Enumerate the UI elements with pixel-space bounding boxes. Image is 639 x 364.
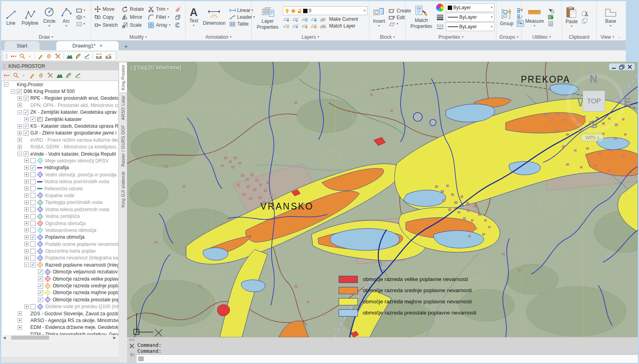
circle-button[interactable]: Circle▾	[41, 6, 58, 28]
tree-item[interactable]: Ogrožena območja	[2, 220, 118, 227]
move-button[interactable]: Move	[94, 6, 118, 12]
tree-item[interactable]: Hidrografija	[2, 164, 118, 171]
tree-item[interactable]: Opozorilna karta poplav	[2, 247, 118, 254]
attach-icon[interactable]	[38, 72, 44, 79]
tree-expand-toggle[interactable]	[24, 214, 29, 219]
tree-item[interactable]: Referenčni odseki	[2, 185, 118, 192]
signal-icon[interactable]	[75, 53, 81, 59]
array-button[interactable]: Array▾	[148, 22, 171, 28]
tree-item[interactable]: ZK - Zemljiški kataster, Geodetska uprav	[2, 109, 118, 116]
tree-item[interactable]: Tipologija površinskih voda	[2, 199, 118, 206]
scroll-thumb[interactable]	[11, 336, 49, 340]
trim-button[interactable]: Trim▾	[148, 6, 171, 12]
tab-close-icon[interactable]: ×	[99, 43, 103, 49]
gji-arrow-icon[interactable]	[105, 53, 112, 59]
tree-expand-toggle[interactable]	[18, 110, 22, 115]
explode-button[interactable]	[175, 14, 181, 20]
tree-checkbox[interactable]	[30, 235, 36, 240]
tree-checkbox[interactable]	[38, 269, 43, 275]
linetype-select[interactable]: ByLayer▾	[446, 22, 494, 31]
tree-item[interactable]: Razredi poplavne nevarnosti (Integral	[2, 261, 118, 268]
tree-expand-toggle[interactable]	[24, 242, 29, 246]
tree-checkbox[interactable]	[30, 249, 36, 254]
tab-drawing1[interactable]: Drawing1* ×	[56, 41, 119, 50]
tree-checkbox[interactable]	[24, 151, 29, 156]
tree-horizontal-scrollbar[interactable]: ◀ ▶	[2, 335, 117, 340]
close-icon[interactable]	[627, 64, 633, 69]
tree-item[interactable]: DPN, OPN - Prostorski akti, Ministrstvo …	[2, 102, 118, 109]
tree-item[interactable]: Vodna zemljišča	[2, 213, 118, 220]
layer-select-arrow[interactable]: ▾	[364, 9, 365, 12]
layer-properties-button[interactable]: LayerProperties	[253, 2, 282, 33]
tree-expand-toggle[interactable]	[18, 96, 22, 101]
palette-vertical-tab[interactable]: ARSO Lidar	[121, 93, 125, 123]
rectangle-button[interactable]: ▾	[76, 8, 85, 13]
linear-button[interactable]: Linear▾	[229, 8, 255, 13]
tree-expand-toggle[interactable]	[24, 200, 29, 205]
arc-button[interactable]: Arc▾	[58, 6, 74, 28]
panel-label-utilities[interactable]: Utilities▾	[522, 34, 562, 40]
command-grip-icon[interactable]	[129, 338, 135, 341]
cut-icon[interactable]	[581, 11, 588, 16]
tab-add-button[interactable]: +	[124, 43, 128, 50]
tree-item[interactable]: Podatki ocene poplavne nevarnosti	[2, 241, 118, 247]
slope-icon[interactable]	[75, 72, 81, 79]
panel-label-groups[interactable]: Groups▾	[496, 34, 521, 40]
panel-label-view[interactable]: View▾⌄	[597, 34, 625, 40]
command-close-icon[interactable]	[129, 343, 135, 349]
tree-expand-toggle[interactable]	[18, 325, 22, 330]
color-select[interactable]: ByLayer▾	[446, 3, 494, 12]
lineweight-select[interactable]: ByLayer▾	[446, 13, 494, 22]
tree-item[interactable]: EDM - Evidenca državne meje, Geodetska	[2, 324, 118, 331]
tree-item[interactable]: GJI - Zbirni kataster gospodarske javne …	[2, 130, 118, 136]
tree-item[interactable]: KS - Kataster stavb, Geodetska uprava R	[2, 123, 118, 129]
tree-expand-toggle[interactable]	[18, 145, 22, 149]
tree-expand-toggle[interactable]	[18, 103, 22, 107]
command-input-row[interactable]	[137, 354, 639, 363]
panel-label-layers[interactable]: Layers▾	[252, 34, 369, 40]
layer-thaw-icon[interactable]	[301, 23, 308, 29]
tree-checkbox[interactable]	[30, 179, 36, 184]
tree-expand-toggle[interactable]	[24, 117, 29, 121]
text-button[interactable]: A Text▾	[187, 7, 200, 28]
dimension-button[interactable]: Dimension	[201, 8, 228, 26]
wcs-indicator[interactable]: WCS▾	[581, 134, 604, 141]
gji-dots-icon[interactable]	[95, 53, 103, 59]
tree-expand-toggle[interactable]	[24, 305, 29, 309]
quick-select-icon[interactable]	[548, 14, 554, 20]
viewport-controls-label[interactable]: [-][Top][2D Wireframe]	[130, 64, 181, 70]
tree-checkbox[interactable]	[30, 304, 36, 309]
tree-item[interactable]: RPE - Register prostorskih enot, Geodets	[2, 95, 118, 102]
id-point-icon[interactable]	[548, 8, 554, 14]
tree-checkbox[interactable]	[30, 200, 36, 205]
hatch-button[interactable]: ▾	[76, 22, 85, 27]
scroll-left-arrow[interactable]: ◀	[2, 336, 7, 340]
toolbar-grip-icon[interactable]	[5, 53, 8, 59]
tree-expand-toggle[interactable]	[24, 263, 29, 267]
match-layer-label[interactable]: Match Layer	[329, 23, 355, 29]
line-button[interactable]: Line	[3, 8, 19, 26]
tree-expand-toggle[interactable]	[24, 221, 29, 226]
tree-expand-toggle[interactable]	[24, 166, 29, 170]
scroll-right-arrow[interactable]: ▶	[112, 336, 117, 340]
tree-checkbox[interactable]	[24, 131, 29, 136]
attach-icon[interactable]	[46, 53, 52, 59]
tree-item[interactable]: Območje razreda majhne poplavn	[2, 289, 118, 296]
tree-item[interactable]: ARSO - Agencija RS za okolje, Ministrstv…	[2, 317, 118, 324]
restore-icon[interactable]	[619, 64, 625, 69]
terrain-icon[interactable]	[56, 72, 63, 79]
tree-expand-toggle[interactable]	[18, 138, 22, 142]
quick-calc-icon[interactable]	[548, 21, 554, 26]
copy-button[interactable]: Copy	[94, 14, 118, 20]
tree-checkbox[interactable]	[30, 214, 36, 219]
tree-expand-toggle[interactable]	[4, 82, 8, 87]
tree-item[interactable]: Poplavna nevarnost (Integralna karta	[2, 255, 118, 261]
tree-expand-toggle[interactable]	[24, 172, 29, 177]
tree-item[interactable]: Vodna telesa površinskih voda	[2, 178, 118, 185]
edit-pencil-icon[interactable]	[37, 53, 44, 59]
panel-label-properties[interactable]: Properties▾	[406, 34, 496, 40]
polyline-button[interactable]: Polyline	[20, 8, 40, 26]
tree-item[interactable]: Zemljiški kataster	[2, 116, 118, 123]
viewcube-south[interactable]: S	[590, 119, 597, 131]
tree-item[interactable]: eVode - Vodni kataster, Direkcija Republ	[2, 150, 118, 157]
